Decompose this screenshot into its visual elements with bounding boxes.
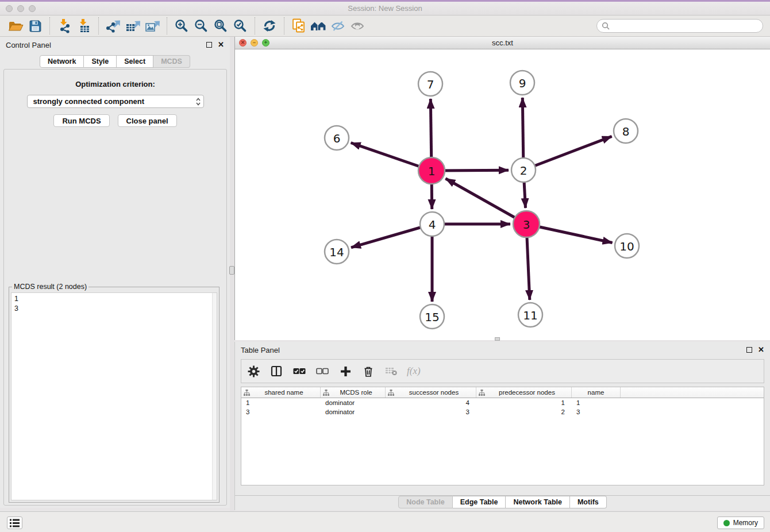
delete-row-button[interactable] <box>361 364 376 379</box>
memory-status-icon <box>723 520 730 526</box>
checked-boxes-icon <box>293 368 306 375</box>
sort-tree-icon <box>323 390 329 396</box>
mcds-result-text[interactable]: 1 3 <box>11 292 217 500</box>
node-table-body: 1dominator4113dominator323 <box>241 398 764 417</box>
column-header-predecessor-nodes[interactable]: predecessor nodes <box>476 387 572 398</box>
fit-content-button[interactable] <box>211 17 230 34</box>
cell-MCDS-role[interactable]: dominator <box>321 408 386 415</box>
close-table-panel-icon[interactable]: ✕ <box>758 347 764 353</box>
delete-table-button[interactable] <box>384 364 399 379</box>
duplicate-network-icon <box>291 18 307 34</box>
function-builder-button[interactable]: f(x) <box>407 364 421 379</box>
network-graph: 7968124314101511 <box>235 49 769 340</box>
eye-slash-icon <box>331 21 345 32</box>
column-header-MCDS-role[interactable]: MCDS role <box>321 387 386 398</box>
import-table-button[interactable] <box>74 17 94 34</box>
result-scrollbar[interactable] <box>212 293 217 500</box>
export-network-button[interactable] <box>103 17 123 34</box>
table-tab-edge-table[interactable]: Edge Table <box>453 496 506 508</box>
tab-network[interactable]: Network <box>40 55 84 68</box>
toolbar-separator <box>167 17 167 34</box>
run-mcds-button[interactable]: Run MCDS <box>53 114 109 127</box>
tab-mcds[interactable]: MCDS <box>153 55 190 68</box>
cell-predecessor-nodes[interactable]: 1 <box>476 399 572 406</box>
column-header-label: successor nodes <box>394 389 473 396</box>
export-image-button[interactable] <box>143 17 162 34</box>
zoom-out-button[interactable] <box>191 17 211 34</box>
cell-shared-name[interactable]: 1 <box>241 399 321 406</box>
table-row-1[interactable]: 1dominator411 <box>241 398 764 407</box>
table-tabs: Node TableEdge TableNetwork TableMotifs <box>235 496 770 508</box>
network-window-titlebar[interactable]: ✕ − + scc.txt <box>235 37 770 49</box>
table-panel: Table Panel ✕ <box>234 342 770 510</box>
duplicate-network-button[interactable] <box>289 17 309 34</box>
tab-select[interactable]: Select <box>117 55 153 68</box>
control-panel: Control Panel ✕ NetworkStyleSelectMCDS O… <box>0 37 230 508</box>
column-header-name[interactable]: name <box>572 387 621 398</box>
table-tab-motifs[interactable]: Motifs <box>570 496 607 508</box>
add-row-button[interactable] <box>338 364 353 379</box>
task-history-button[interactable] <box>7 516 22 529</box>
horizontal-splitter-grip[interactable] <box>495 337 500 341</box>
column-header-label: shared name <box>250 389 318 396</box>
unselect-all-checkboxes-button[interactable] <box>315 364 330 379</box>
show-all-button[interactable] <box>348 17 367 34</box>
zoom-in-button[interactable] <box>172 17 191 34</box>
table-settings-button[interactable] <box>246 364 261 379</box>
graph-node-label-3: 3 <box>523 218 530 232</box>
save-session-button[interactable] <box>25 17 45 34</box>
graph-node-label-1: 1 <box>428 164 436 178</box>
panel-splitter-grip[interactable] <box>229 266 234 275</box>
mcds-result-title: MCDS result (2 nodes) <box>12 283 88 291</box>
close-panel-icon[interactable]: ✕ <box>218 42 224 48</box>
table-tab-network-table[interactable]: Network Table <box>506 496 570 508</box>
zoom-out-icon <box>194 19 208 33</box>
titlebar: Session: New Session <box>0 2 770 16</box>
zoom-in-icon <box>175 19 188 33</box>
column-header-label: predecessor nodes <box>485 389 569 396</box>
open-session-button[interactable] <box>6 17 25 34</box>
network-view-window: ✕ − + scc.txt 7968124314101511 <box>234 37 770 340</box>
table-tab-node-table[interactable]: Node Table <box>398 496 452 508</box>
table-panel-title: Table Panel <box>241 346 746 354</box>
refresh-layout-button[interactable] <box>260 17 279 34</box>
graph-node-label-14: 14 <box>329 245 344 259</box>
column-header-successor-nodes[interactable]: successor nodes <box>386 387 476 398</box>
trash-icon <box>363 365 374 377</box>
network-canvas[interactable]: 7968124314101511 <box>235 49 770 340</box>
table-row-2[interactable]: 3dominator323 <box>241 407 764 417</box>
sort-tree-icon <box>479 390 485 396</box>
export-table-button[interactable] <box>123 17 143 34</box>
graph-node-label-8: 8 <box>622 125 630 138</box>
zoom-selected-icon <box>233 19 247 33</box>
graph-edge-2-8[interactable] <box>523 136 612 170</box>
insert-column-button[interactable] <box>269 364 284 379</box>
import-network-icon <box>57 18 72 33</box>
graph-node-label-6: 6 <box>333 132 341 145</box>
cell-shared-name[interactable]: 3 <box>241 408 321 415</box>
cell-successor-nodes[interactable]: 4 <box>386 399 476 406</box>
column-header-shared-name[interactable]: shared name <box>241 387 321 398</box>
export-network-icon <box>106 18 121 33</box>
cell-name[interactable]: 1 <box>572 399 621 406</box>
cell-MCDS-role[interactable]: dominator <box>321 399 386 406</box>
graph-node-label-9: 9 <box>519 76 526 90</box>
search-input[interactable] <box>596 19 763 33</box>
hide-selected-button[interactable] <box>328 17 348 34</box>
cell-predecessor-nodes[interactable]: 2 <box>476 408 572 415</box>
criterion-dropdown[interactable]: strongly connected component <box>27 95 204 108</box>
memory-button[interactable]: Memory <box>717 516 764 529</box>
cell-successor-nodes[interactable]: 3 <box>386 408 476 415</box>
cell-name[interactable]: 3 <box>572 408 621 415</box>
import-network-button[interactable] <box>55 17 74 34</box>
optimization-criterion-label: Optimization criterion: <box>4 80 226 88</box>
graph-node-label-4: 4 <box>429 218 436 232</box>
float-panel-icon[interactable] <box>206 42 212 48</box>
network-window-title: scc.txt <box>235 38 770 47</box>
close-panel-button[interactable]: Close panel <box>118 114 177 127</box>
first-neighbors-button[interactable] <box>309 17 328 34</box>
float-table-panel-icon[interactable] <box>746 347 752 353</box>
zoom-selected-button[interactable] <box>230 17 250 34</box>
tab-style[interactable]: Style <box>84 55 117 68</box>
select-all-checkboxes-button[interactable] <box>292 364 307 379</box>
